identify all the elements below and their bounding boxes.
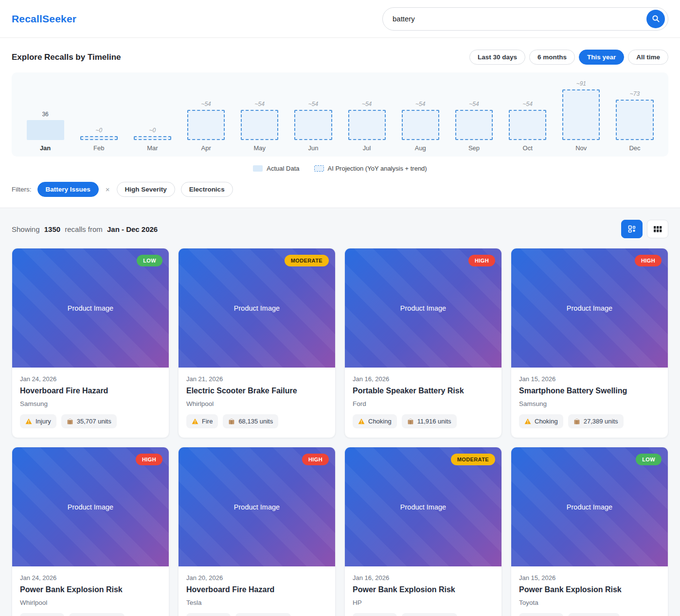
remove-filter-icon[interactable]: × — [106, 185, 110, 194]
hazard-tag: Choking — [519, 613, 563, 616]
legend-label: AI Projection (YoY analysis + trend) — [328, 165, 427, 172]
warning-icon — [25, 418, 32, 424]
time-range-pill[interactable]: All time — [628, 50, 668, 65]
chart-column-nov: ~91Nov — [555, 72, 608, 157]
projection-bar-apr[interactable] — [187, 110, 225, 140]
projection-bar-aug[interactable] — [402, 110, 439, 140]
month-label: Aug — [415, 144, 426, 152]
bar-value-label: ~91 — [576, 80, 586, 87]
app-header: RecallSeeker — [0, 0, 680, 38]
recall-card[interactable]: MODERATE Product Image Jan 16, 2026 Powe… — [344, 447, 502, 616]
recall-card[interactable]: LOW Product Image Jan 24, 2026 Hoverboar… — [12, 248, 169, 438]
recall-date: Jan 15, 2026 — [519, 375, 660, 383]
filter-pill-electronics[interactable]: Electronics — [181, 182, 233, 197]
recall-title: Hoverboard Fire Hazard — [20, 387, 161, 395]
bar-value-label: ~0 — [149, 127, 156, 134]
month-label: Mar — [147, 144, 158, 152]
severity-badge: MODERATE — [285, 255, 329, 266]
search-input[interactable] — [393, 15, 646, 23]
recall-card[interactable]: HIGH Product Image Jan 20, 2026 Hoverboa… — [178, 447, 336, 616]
projection-bar-may[interactable] — [241, 110, 278, 140]
time-range-pill[interactable]: 6 months — [529, 50, 575, 65]
package-icon — [407, 418, 414, 425]
units-tag: 35,707 units — [61, 414, 117, 428]
hazard-tag: Choking — [20, 613, 64, 616]
projection-bar-jun[interactable] — [294, 110, 332, 140]
recall-card[interactable]: HIGH Product Image Jan 24, 2026 Power Ba… — [12, 447, 169, 616]
projection-bar-dec[interactable] — [616, 100, 653, 140]
recall-card[interactable]: MODERATE Product Image Jan 21, 2026 Elec… — [178, 248, 336, 438]
time-range-pill[interactable]: Last 30 days — [469, 50, 525, 65]
grid-view-button[interactable] — [647, 220, 668, 238]
time-range-pill[interactable]: This year — [579, 50, 624, 65]
warning-icon — [524, 418, 531, 424]
projection-bar-mar[interactable] — [134, 136, 171, 140]
projection-bar-oct[interactable] — [509, 110, 546, 140]
hazard-label: Fire — [202, 418, 213, 425]
recall-title: Hoverboard Fire Hazard — [186, 585, 327, 594]
projection-bar-nov[interactable] — [562, 89, 600, 140]
legend-item-projection: AI Projection (YoY analysis + trend) — [314, 165, 427, 172]
chart-column-oct: ~54Oct — [501, 72, 555, 157]
month-label: Nov — [575, 144, 587, 152]
bar-value-label: ~54 — [308, 101, 318, 107]
projection-bar-jul[interactable] — [348, 110, 386, 140]
recall-title: Power Bank Explosion Risk — [519, 585, 660, 594]
severity-badge: HIGH — [635, 255, 662, 266]
warning-icon — [358, 418, 365, 424]
bar-value-label: ~54 — [255, 101, 265, 107]
recall-title: Portable Speaker Battery Risk — [353, 387, 494, 395]
product-image: MODERATE Product Image — [345, 447, 501, 566]
month-label: Apr — [201, 144, 211, 152]
time-range-pills: Last 30 days6 monthsThis yearAll time — [469, 50, 668, 65]
severity-badge: HIGH — [302, 454, 329, 465]
severity-badge: HIGH — [136, 454, 162, 465]
projection-swatch-icon — [314, 165, 324, 172]
month-label: Jul — [363, 144, 371, 152]
recall-date: Jan 24, 2026 — [20, 375, 161, 383]
recall-title: Smartphone Battery Swelling — [519, 387, 660, 395]
recall-brand: Whirlpool — [186, 400, 327, 407]
search-bar[interactable] — [382, 7, 668, 31]
filters-row: Filters: Battery Issues×High SeverityEle… — [12, 182, 668, 197]
recall-title: Power Bank Explosion Risk — [20, 585, 161, 594]
month-label: Sep — [468, 144, 480, 152]
results-summary: Showing 1350 recalls from Jan - Dec 2026 — [12, 225, 158, 233]
units-tag: 11,916 units — [402, 414, 457, 428]
chart-column-dec: ~73Dec — [608, 72, 662, 157]
product-image: HIGH Product Image — [12, 447, 169, 566]
chart-column-apr: ~54Apr — [179, 72, 233, 157]
filter-pill-battery-issues[interactable]: Battery Issues — [37, 182, 99, 197]
month-label: Feb — [93, 144, 104, 152]
bar-value-label: ~54 — [469, 101, 479, 107]
search-button[interactable] — [646, 10, 665, 28]
product-image: LOW Product Image — [12, 248, 169, 368]
product-image-label: Product Image — [68, 503, 113, 511]
recall-cards-grid: LOW Product Image Jan 24, 2026 Hoverboar… — [12, 248, 668, 616]
results-date-range: Jan - Dec 2026 — [107, 225, 158, 233]
package-icon — [67, 418, 73, 425]
month-label: Dec — [629, 144, 640, 152]
product-image-label: Product Image — [567, 503, 612, 511]
units-label: 27,389 units — [584, 418, 618, 425]
actual-bar-jan[interactable] — [27, 120, 64, 140]
results-prefix: Showing — [12, 225, 40, 233]
month-label: Jan — [40, 144, 51, 152]
recall-brand: Samsung — [519, 400, 660, 407]
recall-card[interactable]: LOW Product Image Jan 15, 2026 Power Ban… — [511, 447, 668, 616]
card-view-button[interactable] — [621, 220, 643, 238]
recall-date: Jan 16, 2026 — [353, 375, 494, 383]
month-label: May — [253, 144, 266, 152]
recall-brand: Ford — [353, 400, 494, 407]
recall-card[interactable]: HIGH Product Image Jan 15, 2026 Smartpho… — [511, 248, 668, 438]
chart-legend: Actual DataAI Projection (YoY analysis +… — [0, 165, 680, 172]
product-image-label: Product Image — [68, 304, 113, 312]
results-middle: recalls from — [65, 225, 103, 233]
recall-card[interactable]: HIGH Product Image Jan 16, 2026 Portable… — [344, 248, 502, 438]
projection-bar-feb[interactable] — [80, 136, 118, 140]
recall-title: Electric Scooter Brake Failure — [186, 387, 327, 395]
recall-brand: Toyota — [519, 599, 660, 606]
filter-pill-high-severity[interactable]: High Severity — [117, 182, 175, 197]
projection-bar-sep[interactable] — [455, 110, 493, 140]
recall-brand: Tesla — [186, 599, 327, 606]
